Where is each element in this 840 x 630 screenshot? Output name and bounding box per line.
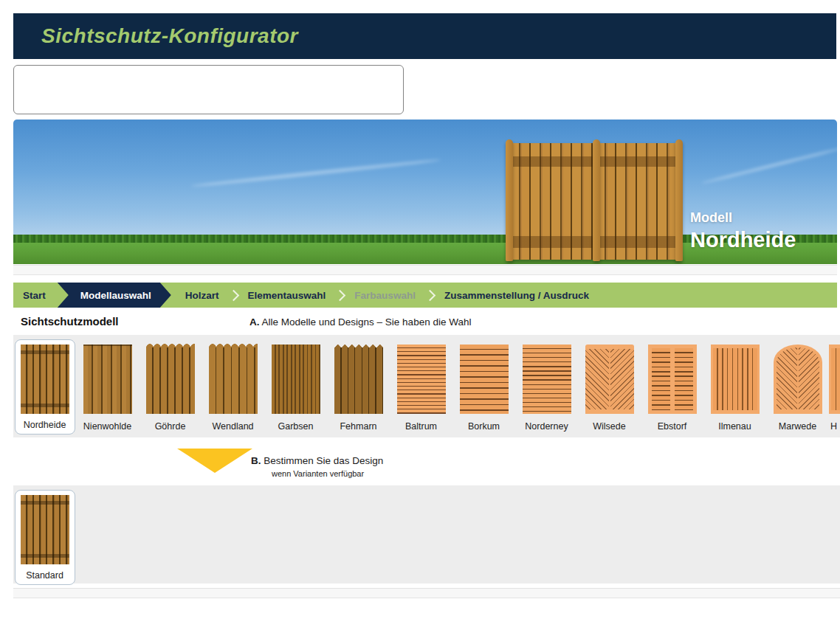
fence-thumbnail — [711, 345, 760, 414]
fence-post — [506, 139, 513, 261]
app-header: Sichtschutz-Konfigurator — [13, 13, 836, 59]
step-b-note: wenn Varianten verfügbar — [272, 469, 364, 478]
fence-illustration — [506, 142, 683, 260]
step-b-text: B. Bestimmen Sie das Design — [251, 455, 383, 466]
model-option-baltrum[interactable]: Baltrum — [390, 335, 452, 432]
step-a-text: A. Alle Modelle und Designs – Sie haben … — [249, 316, 471, 328]
model-option-norderney[interactable]: Norderney — [515, 335, 578, 432]
breadcrumb-item-zusammenstellung-ausdruck[interactable]: Zusammenstellung / Ausdruck — [443, 283, 591, 308]
chevron-right-icon — [424, 289, 436, 301]
fence-thumbnail — [460, 345, 509, 414]
step-a-prefix: A. — [249, 316, 260, 328]
model-option-nordheide[interactable]: Nordheide — [13, 335, 76, 435]
fence-post — [593, 139, 600, 261]
fence-thumbnail — [146, 347, 195, 414]
banner-caption: Modell Nordheide — [690, 208, 796, 252]
fence-panel — [596, 143, 678, 260]
fence-post — [675, 139, 683, 261]
thumbnail-label: Nienwohlde — [83, 421, 131, 432]
breadcrumb-item-modellauswahl[interactable]: Modellauswahl — [58, 283, 171, 308]
breadcrumb-item-farbauswahl[interactable]: Farbauswahl — [353, 283, 417, 308]
variant-option-standard[interactable]: Standard — [13, 485, 76, 585]
fence-thumbnail — [829, 345, 840, 414]
fence-thumbnail — [209, 347, 258, 414]
chevron-right-icon — [334, 289, 346, 301]
breadcrumb-item-elementauswahl[interactable]: Elementauswahl — [247, 283, 328, 308]
model-option-marwede[interactable]: Marwede — [766, 335, 829, 432]
fence-thumbnail — [648, 345, 697, 414]
breadcrumb-item-holzart[interactable]: Holzart — [184, 283, 221, 308]
thumbnail-label: Fehmarn — [340, 421, 376, 432]
thumbnail-label: Baltrum — [405, 421, 437, 432]
model-banner: Modell Nordheide — [13, 120, 837, 264]
breadcrumb: StartModellauswahlHolzartElementauswahlF… — [13, 283, 837, 308]
fence-thumbnail — [397, 345, 446, 414]
fence-panel — [510, 143, 593, 260]
thumbnail-label: Norderney — [525, 421, 568, 432]
model-option-ilmenau[interactable]: Ilmenau — [703, 335, 766, 432]
fence-thumbnail — [83, 345, 132, 414]
model-option-h[interactable]: H — [829, 335, 840, 432]
thumbnail-label: H — [830, 421, 837, 432]
model-option-nienwohlde[interactable]: Nienwohlde — [76, 335, 139, 432]
divider-strip — [13, 265, 837, 275]
chevron-right-icon — [227, 289, 239, 301]
model-option-garbsen[interactable]: Garbsen — [264, 335, 327, 432]
variant-thumbnail-row: Standard — [13, 485, 840, 584]
cloud-wisp — [701, 146, 837, 184]
thumbnail-label: Ilmenau — [718, 421, 751, 432]
model-option-wilsede[interactable]: Wilsede — [578, 335, 641, 432]
info-box — [13, 65, 404, 114]
fence-thumbnail — [334, 347, 383, 414]
banner-model-name: Nordheide — [690, 227, 796, 252]
selected-card: Nordheide — [15, 339, 75, 435]
thumbnail-label: Wendland — [212, 421, 253, 432]
fence-thumbnail — [774, 345, 822, 414]
section-heading: Sichtschutzmodell — [21, 315, 119, 328]
thumbnail-label: Ebstorf — [658, 421, 687, 432]
model-option-g-hrde[interactable]: Göhrde — [139, 335, 202, 432]
fence-thumbnail — [21, 495, 69, 564]
model-option-ebstorf[interactable]: Ebstorf — [641, 335, 703, 432]
thumbnail-label: Borkum — [468, 421, 500, 432]
model-option-fehmarn[interactable]: Fehmarn — [327, 335, 390, 432]
banner-model-label: Modell — [690, 208, 796, 227]
fence-thumbnail — [272, 345, 320, 414]
thumbnail-label: Marwede — [779, 421, 816, 432]
model-option-wendland[interactable]: Wendland — [202, 335, 264, 432]
model-thumbnail-row: NordheideNienwohldeGöhrdeWendlandGarbsen… — [13, 335, 840, 437]
down-arrow-icon — [177, 449, 252, 473]
fence-thumbnail — [523, 345, 571, 414]
fence-thumbnail — [585, 345, 634, 414]
thumbnail-label: Wilsede — [593, 421, 625, 432]
step-b-prefix: B. — [251, 455, 261, 466]
thumbnail-label: Nordheide — [24, 420, 66, 430]
cloud-wisp — [191, 158, 441, 188]
selected-card: Standard — [15, 490, 75, 585]
fence-thumbnail — [21, 345, 69, 414]
thumbnail-label: Standard — [26, 570, 63, 581]
page: Sichtschutz-Konfigurator Modell Nordheid… — [0, 0, 840, 630]
divider-strip — [13, 588, 840, 598]
breadcrumb-item-start[interactable]: Start — [13, 283, 47, 308]
page-title: Sichtschutz-Konfigurator — [13, 24, 298, 48]
thumbnail-label: Göhrde — [155, 421, 186, 432]
thumbnail-label: Garbsen — [278, 421, 314, 432]
model-option-borkum[interactable]: Borkum — [452, 335, 515, 432]
